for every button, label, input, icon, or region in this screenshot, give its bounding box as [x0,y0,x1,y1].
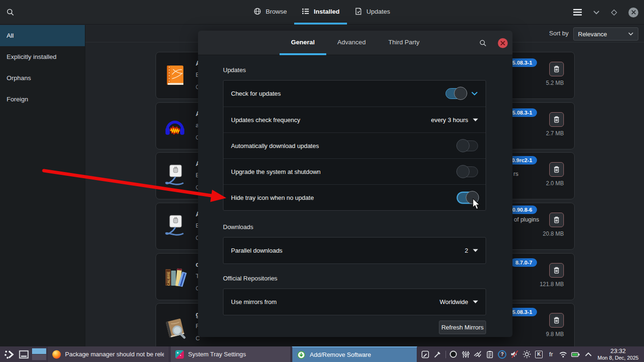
maximize-icon[interactable] [611,9,617,16]
setting-label: Parallel downloads [231,247,282,254]
toggle-knob [456,139,470,152]
dropdown-caret-icon [473,118,478,122]
taskbar: Package manager should not be rele... Sy… [0,346,644,362]
tab-updates-label: Updates [366,8,390,15]
setting-updates-check-frequency[interactable]: Updates check frequency every 3 hours [223,107,486,132]
setting-label: Use mirrors from [231,298,277,305]
preferences-dialog: General Advanced Third Party Updates Che… [198,31,512,337]
check-for-updates-toggle[interactable] [446,88,466,99]
tab-installed[interactable]: Installed [294,0,347,25]
audio-mixer-icon[interactable] [461,350,470,359]
task-label: Add/Remove Software [310,351,371,358]
pager-desktop-1[interactable] [32,348,46,354]
sort-dropdown[interactable]: Relevance [573,27,638,41]
task-firefox[interactable]: Package manager should not be rele... [47,346,169,362]
setting-hide-tray-icon: Hide tray icon when no update [223,184,486,210]
chevron-down-icon [628,32,634,36]
setting-use-mirrors-from[interactable]: Use mirrors from Worldwide [223,289,486,315]
screenshot-annotate-icon[interactable] [421,350,430,359]
auto-download-toggle[interactable] [457,140,478,151]
dictionary-magnifier-icon [163,314,187,339]
refresh-mirrors-button[interactable]: Refresh Mirrors [439,321,486,334]
virtual-desktop-pager[interactable] [32,348,46,360]
volume-muted-icon[interactable] [510,350,519,359]
remove-package-button[interactable] [549,162,564,177]
updates-icon [355,8,362,15]
close-window-icon[interactable] [628,8,638,17]
setting-parallel-downloads[interactable]: Parallel downloads 2 [223,238,486,263]
tab-browse-label: Browse [265,8,287,15]
tab-installed-label: Installed [314,8,339,15]
color-picker-icon[interactable] [433,350,442,359]
tab-advanced[interactable]: Advanced [326,31,377,55]
night-color-icon[interactable] [449,350,458,359]
parallel-downloads-value: 2 [465,247,468,254]
trash-icon [553,316,561,324]
tab-general[interactable]: General [280,31,326,55]
dialog-search-icon[interactable] [479,39,487,47]
upgrade-shutdown-toggle[interactable] [457,166,478,177]
dialog-header: General Advanced Third Party [198,31,512,55]
package-size: 20.8 MB [521,230,564,237]
pager-desktop-2[interactable] [32,354,46,360]
tab-advanced-label: Advanced [338,39,366,46]
clock-widget[interactable]: 23:32 Mon 8, Dec, 2025 [593,346,643,362]
system-tray-settings-icon [175,350,184,359]
show-desktop-icon[interactable] [19,350,29,359]
dropdown-caret-icon [473,249,478,252]
clock-time: 23:32 [611,348,626,355]
wifi-icon[interactable] [559,350,568,359]
setting-auto-download-updates: Automatically download updates [223,132,486,158]
task-label: Package manager should not be rele... [65,351,164,358]
clipboard-icon[interactable] [486,350,495,359]
power-plug-cable-icon [163,214,187,239]
remove-package-button[interactable] [549,112,564,127]
package-size: 5.2 MB [521,80,564,86]
help-notifier-icon[interactable]: ? [498,350,507,359]
setting-label: Updates check frequency [231,116,300,123]
sidebar-item-orphans[interactable]: Orphans [0,67,85,89]
trash-icon [553,165,561,173]
keyboard-layout-indicator[interactable]: fr [546,350,555,359]
tab-browse[interactable]: Browse [246,0,294,25]
brightness-icon[interactable] [522,350,531,359]
keepassxc-icon[interactable]: K [535,350,544,359]
tab-third-party[interactable]: Third Party [377,31,431,55]
remove-package-button[interactable] [549,213,564,227]
downloads-settings-group: Parallel downloads 2 [223,237,486,264]
dialog-tabs: General Advanced Third Party [198,31,512,55]
system-tray: ? K fr [421,346,593,362]
sidebar-item-all[interactable]: All [0,25,85,46]
task-system-tray-settings[interactable]: System Tray Settings [170,346,291,362]
minimize-icon[interactable] [593,10,600,15]
app-launcher-icon[interactable] [4,349,15,360]
pamac-window: Browse Installed Updates All Explicitly … [0,0,644,346]
pamac-updates-icon [297,351,305,359]
expand-tray-icon[interactable] [584,350,593,359]
orange-guide-book-icon [163,63,187,88]
filter-sidebar: All Explicitly installed Orphans Foreign [0,25,85,346]
view-tabs: Browse Installed Updates [0,0,644,25]
keyboard-layout-label: fr [549,351,553,358]
expander-chevron-icon[interactable] [471,91,478,96]
sidebar-label: Orphans [7,74,31,82]
battery-icon[interactable] [571,350,580,359]
tab-third-party-label: Third Party [388,39,420,46]
remove-package-button[interactable] [549,263,564,278]
remove-package-button[interactable] [549,313,564,328]
hamburger-menu-icon[interactable] [573,9,582,16]
hide-tray-icon-toggle[interactable] [457,192,478,203]
globe-icon [254,8,261,15]
task-add-remove-software[interactable]: Add/Remove Software [292,346,417,362]
sidebar-label: Foreign [7,96,28,103]
tab-general-label: General [291,39,314,46]
remove-package-button[interactable] [549,62,564,76]
sidebar-item-foreign[interactable]: Foreign [0,89,85,110]
setting-label: Check for updates [231,90,281,97]
sidebar-item-explicitly-installed[interactable]: Explicitly installed [0,46,85,67]
section-title-repositories: Official Repositories [223,275,277,282]
task-label: System Tray Settings [188,351,246,358]
bird-icon[interactable] [473,350,482,359]
tab-updates[interactable]: Updates [347,0,397,25]
dialog-close-icon[interactable] [498,38,508,48]
